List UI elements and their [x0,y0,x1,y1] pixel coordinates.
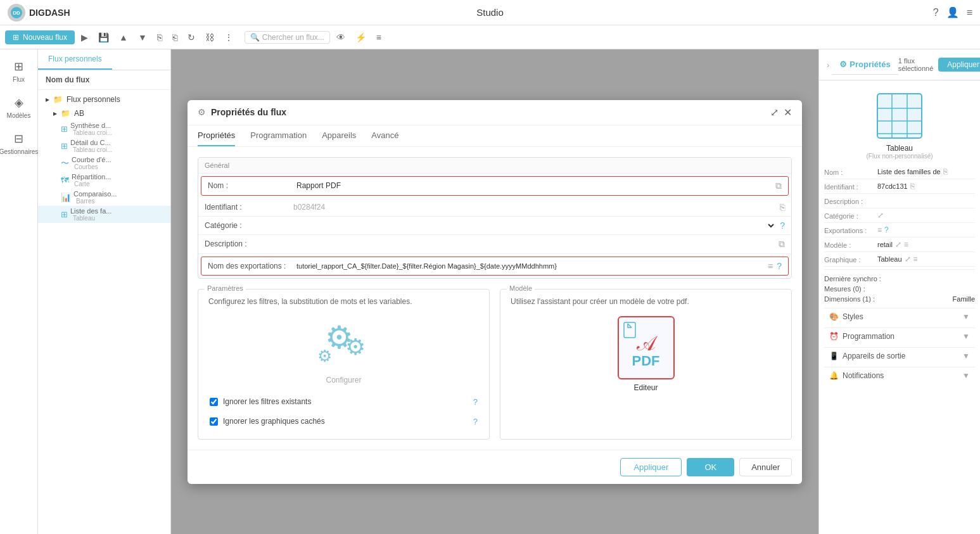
categorie-select[interactable] [293,220,776,231]
ignore-filtres-checkbox[interactable] [210,398,218,406]
help-icon[interactable]: ? [933,7,939,18]
ignore-filtres-label: Ignorer les filtres existants [223,397,311,406]
appareils-section[interactable]: 📱 Appareils de sortie ▼ [824,347,975,364]
link-btn[interactable]: ⛓ [201,30,218,45]
tree-detail[interactable]: ⊞ Détail du C... Tableau croi... [38,137,170,155]
logo-circle: DD [8,4,25,22]
tree-courbe[interactable]: 〜 Courbe d'é... Courbes [38,155,170,172]
right-apply-btn[interactable]: Appliquer [938,58,980,72]
tree-ab-folder[interactable]: ▸ 📁 AB [38,106,170,120]
exportations-label: Nom des exportations : [208,262,296,270]
search-icon: 🔍 [250,33,260,42]
styles-label: 🎨 Styles [829,312,863,321]
annuler-btn[interactable]: Annuler [739,458,792,476]
liste-icon: ⊞ [61,210,68,219]
filtres-help-icon[interactable]: ? [473,397,478,407]
page-title: Studio [476,7,504,18]
user-icon[interactable]: 👤 [946,6,959,18]
pdf-editeur-container[interactable]: 𝒜 PDF Editeur [511,316,781,392]
right-panel-header-left: › ⚙ Propriétés [827,54,898,75]
description-edit-icon[interactable]: ⧉ [779,239,785,250]
right-nom-label: Nom : [824,167,875,176]
general-section: Général Nom : ⧉ Identifiant : [198,157,792,279]
graphiques-help-icon[interactable]: ? [473,417,478,426]
modal-expand-btn[interactable]: ⤢ [770,106,779,118]
programmation-section[interactable]: ⏰ Programmation ▼ [824,327,975,345]
right-modele-edit[interactable]: ⤢ [895,240,901,249]
modele-col: Modèle Utilisez l'assistant pour créer u… [500,289,792,440]
right-modele-field: Modèle : retail ⤢ ≡ [824,238,975,252]
nouveau-flux-tab[interactable]: ⊞ Nouveau flux [5,30,75,44]
pdf-icon-editeur[interactable]: 𝒜 PDF [618,316,675,379]
description-input[interactable] [293,239,775,248]
right-id-copy[interactable]: ⎘ [910,182,915,191]
refresh-btn[interactable]: ↻ [184,30,199,45]
appliquer-btn[interactable]: Appliquer [620,458,682,476]
right-export-help[interactable]: ? [884,226,889,234]
exportations-list-icon[interactable]: ≡ [768,261,773,271]
tree-comparaison[interactable]: 📊 Comparaiso... Barres [38,189,170,206]
tree-synthese[interactable]: ⊞ Synthèse d... Tableau croi... [38,120,170,137]
tree-repartition[interactable]: 🗺 Répartition... Carte [38,172,170,189]
notifications-chevron: ▼ [962,371,970,380]
more-btn[interactable]: ⋮ [220,30,237,45]
right-modele-list[interactable]: ≡ [904,240,908,249]
programmation-icon: ⏰ [829,332,839,341]
identifiant-input[interactable] [293,203,776,212]
save-btn[interactable]: 💾 [94,30,113,45]
app-name: DIGDASH [29,8,70,18]
identifiant-copy-icon[interactable]: ⎘ [780,202,785,212]
right-graph-list[interactable]: ≡ [913,255,918,264]
tab-appareils[interactable]: Appareils [322,125,356,146]
nom-copy-icon[interactable]: ⧉ [775,181,782,191]
exportations-help-icon[interactable]: ? [777,261,782,271]
paste-btn[interactable]: ⎗ [169,30,181,45]
sidebar-item-gestionnaires[interactable]: ⊟ Gestionnaires [0,127,37,160]
last-synchro: Dernière synchro : [824,274,975,284]
play-btn[interactable]: ▶ [77,30,92,45]
appareils-label: 📱 Appareils de sortie [829,352,905,360]
right-graph-value: Tableau ⤢ ≡ [877,255,975,264]
flux-non-personalise: (Flux non-personnalisé) [866,153,932,160]
sidebar-item-modeles[interactable]: ◈ Modèles [0,91,37,124]
ok-btn[interactable]: OK [687,458,734,476]
synchro-section: Dernière synchro : Mesures (0) : Dimensi… [824,269,975,305]
expand-icon[interactable]: › [827,60,829,70]
right-graph-field: Graphique : Tableau ⤢ ≡ [824,252,975,267]
exportations-input[interactable] [296,262,764,270]
tab-programmation[interactable]: Programmation [250,125,307,146]
parametres-col: Paramètres Configurez les filtres, la su… [198,289,490,440]
folder-icon: 📁 [61,109,70,118]
down-btn[interactable]: ▼ [134,30,151,45]
flux-personnels-tab[interactable]: Flux personnels [38,49,112,70]
right-cat-value: ⤢ [877,211,975,220]
sidebar-item-flux[interactable]: ⊞ Flux [0,54,37,88]
tree-flux-personnels[interactable]: ▸ 📁 Flux personnels [38,92,170,106]
list-btn[interactable]: ≡ [372,30,385,45]
copy-btn[interactable]: ⎘ [153,30,166,45]
notifications-section[interactable]: 🔔 Notifications ▼ [824,367,975,384]
exportations-row: Nom des exportations : ≡ ? [201,257,789,276]
nom-input[interactable] [296,181,772,190]
programmation-chevron: ▼ [962,332,970,341]
filter-btn[interactable]: ⚡ [352,30,370,45]
modal-close-btn[interactable]: ✕ [784,106,792,118]
tab-proprietes[interactable]: Propriétés [198,125,235,146]
right-modele-label: Modèle : [824,240,875,249]
right-export-list[interactable]: ≡ [877,226,882,234]
eye-btn[interactable]: 👁 [333,30,349,45]
right-nom-copy[interactable]: ⎘ [943,167,948,176]
right-graph-edit[interactable]: ⤢ [905,255,911,264]
right-cat-open[interactable]: ⤢ [877,211,884,220]
detail-icon: ⊞ [61,141,68,151]
up-btn[interactable]: ▲ [115,30,132,45]
tree-liste[interactable]: ⊞ Liste des fa... Tableau [38,206,170,223]
search-bar[interactable]: 🔍 Chercher un flux... [245,31,330,44]
styles-section[interactable]: 🎨 Styles ▼ [824,308,975,325]
gears-icon[interactable]: ⚙ ⚙ ⚙ [312,316,376,373]
identifiant-input-group: ⎘ [293,202,785,212]
categorie-help-icon[interactable]: ? [780,220,785,231]
menu-icon[interactable]: ≡ [967,7,972,18]
tab-avance[interactable]: Avancé [371,125,398,146]
ignore-graphiques-checkbox[interactable] [210,417,218,426]
